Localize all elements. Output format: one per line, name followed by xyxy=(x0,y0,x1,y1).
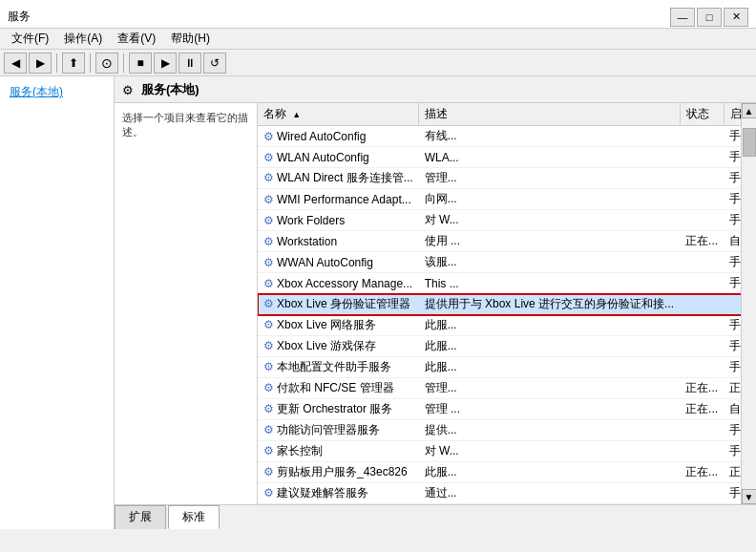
minimize-button[interactable]: — xyxy=(670,8,695,27)
service-name-cell: ⚙功能访问管理器服务 xyxy=(258,420,419,441)
service-name-cell: ⚙更新 Orchestrator 服务 xyxy=(258,399,419,420)
service-name-text: WMI Performance Adapt... xyxy=(277,193,411,206)
menu-view[interactable]: 查看(V) xyxy=(110,29,163,49)
table-row[interactable]: ⚙建议疑难解答服务通过...手动本地系统 xyxy=(258,483,741,504)
service-name-cell: ⚙Xbox Live 网络服务 xyxy=(258,315,419,336)
table-row[interactable]: ⚙Workstation使用 ...正在...自动网络服务 xyxy=(258,231,741,252)
service-startup-type-cell: 自动 xyxy=(724,231,741,252)
content-header: ⚙ 服务(本地) xyxy=(115,76,756,103)
col-status[interactable]: 状态 xyxy=(680,103,724,126)
table-row[interactable]: ⚙Xbox Accessory Manage...This ...手动(触发..… xyxy=(258,273,741,294)
table-row[interactable]: ⚙Wired AutoConfig有线...手动本地系统 xyxy=(258,126,741,147)
maximize-button[interactable]: □ xyxy=(697,8,722,27)
window-controls[interactable]: — □ ✕ xyxy=(670,8,748,27)
service-name-text: 建议疑难解答服务 xyxy=(277,486,368,499)
table-row[interactable]: ⚙功能访问管理器服务提供...手动本地系统 xyxy=(258,420,741,441)
service-gear-icon: ⚙ xyxy=(263,444,274,457)
menu-bar: 文件(F) 操作(A) 查看(V) 帮助(H) xyxy=(0,29,756,50)
service-startup-type-cell: 手动(触发... xyxy=(724,336,741,357)
service-status-cell xyxy=(680,126,724,147)
service-name-cell: ⚙WMI Performance Adapt... xyxy=(258,189,419,210)
service-description-cell: 此服... xyxy=(419,315,680,336)
table-row[interactable]: ⚙剪贴板用户服务_43ec826此服...正在...正在...本地系统 xyxy=(258,462,741,483)
col-description[interactable]: 描述 xyxy=(419,103,680,126)
tb-refresh[interactable]: ⊙ xyxy=(95,53,118,74)
scroll-up-arrow[interactable]: ▲ xyxy=(742,103,757,118)
service-gear-icon: ⚙ xyxy=(263,486,274,499)
services-table: 名称 ▲ 描述 状态 启动类型 登录为 ⚙Wired AutoConfig有线.… xyxy=(258,103,741,504)
menu-help[interactable]: 帮助(H) xyxy=(163,29,218,49)
table-row[interactable]: ⚙付款和 NFC/SE 管理器管理...正在...正在...本地服务 xyxy=(258,378,741,399)
service-status-cell xyxy=(680,210,724,231)
tb-forward[interactable]: ▶ xyxy=(29,53,52,74)
service-status-cell xyxy=(680,147,724,168)
table-container[interactable]: 名称 ▲ 描述 状态 启动类型 登录为 ⚙Wired AutoConfig有线.… xyxy=(258,103,741,504)
menu-action[interactable]: 操作(A) xyxy=(56,29,110,49)
service-description-cell: 提供用于与 Xbox Live 进行交互的身份验证和接... xyxy=(419,294,680,315)
table-row[interactable]: ⚙WMI Performance Adapt...向网...手动本地服务 xyxy=(258,189,741,210)
service-gear-icon: ⚙ xyxy=(263,151,274,164)
table-row[interactable]: ⚙Work Folders对 W...手动本地服务 xyxy=(258,210,741,231)
table-row[interactable]: ⚙WLAN AutoConfigWLA...手动本地系统 xyxy=(258,147,741,168)
services-table-area: 选择一个项目来查看它的描述。 名称 ▲ 描述 状态 启动类型 xyxy=(115,103,756,504)
service-name-cell: ⚙剪贴板用户服务_43ec826 xyxy=(258,462,419,483)
menu-file[interactable]: 文件(F) xyxy=(4,29,56,49)
service-startup-type-cell: 正在... xyxy=(724,378,741,399)
sidebar: 服务(本地) xyxy=(0,76,115,529)
table-row[interactable]: ⚙更新 Orchestrator 服务管理 ...正在...自动(延迟...本地… xyxy=(258,399,741,420)
service-status-cell xyxy=(680,252,724,273)
service-startup-type-cell: 手动 xyxy=(724,483,741,504)
tb-stop[interactable]: ■ xyxy=(129,53,152,74)
table-row[interactable]: ⚙Xbox Live 游戏保存此服...手动(触发...本地系统 xyxy=(258,336,741,357)
scroll-track[interactable] xyxy=(742,118,757,489)
service-description-cell: 提供... xyxy=(419,420,680,441)
service-startup-type-cell: 手动(触发... xyxy=(724,168,741,189)
content-title: 服务(本地) xyxy=(141,81,200,98)
service-gear-icon: ⚙ xyxy=(263,277,274,290)
table-row[interactable]: ⚙WWAN AutoConfig该服...手动本地系统 xyxy=(258,252,741,273)
service-description-cell: 管理... xyxy=(419,378,680,399)
table-row[interactable]: ⚙家长控制对 W...手动本地系统 xyxy=(258,441,741,462)
service-status-cell: 正在... xyxy=(680,231,724,252)
service-description-cell: 管理 ... xyxy=(419,399,680,420)
service-name-text: Workstation xyxy=(277,235,337,248)
service-description-cell: 对 W... xyxy=(419,441,680,462)
title-bar: 服务 — □ ✕ xyxy=(0,0,756,29)
service-gear-icon: ⚙ xyxy=(263,130,274,143)
table-row[interactable]: ⚙本地配置文件助手服务此服...手动(触发...本地系统 xyxy=(258,357,741,378)
service-name-text: 家长控制 xyxy=(277,444,323,457)
scrollbar-right[interactable]: ▲ ▼ xyxy=(741,103,756,504)
scroll-thumb[interactable] xyxy=(743,128,756,157)
tb-restart[interactable]: ↺ xyxy=(203,53,226,74)
col-name[interactable]: 名称 ▲ xyxy=(258,103,419,126)
tb-up[interactable]: ⬆ xyxy=(62,53,85,74)
tab-extended[interactable]: 扩展 xyxy=(115,505,166,529)
tab-standard[interactable]: 标准 xyxy=(168,505,220,529)
service-description-cell: 此服... xyxy=(419,357,680,378)
col-startup-type[interactable]: 启动类型 xyxy=(724,103,741,126)
service-gear-icon: ⚙ xyxy=(263,360,274,373)
service-description-cell: 使用 ... xyxy=(419,231,680,252)
title-text: 服务 xyxy=(8,9,31,25)
service-startup-type-cell: 手动 xyxy=(724,252,741,273)
service-name-text: 付款和 NFC/SE 管理器 xyxy=(277,381,394,394)
service-description-cell: 通过... xyxy=(419,483,680,504)
service-name-text: 本地配置文件助手服务 xyxy=(277,360,391,373)
service-name-text: WLAN Direct 服务连接管... xyxy=(277,171,413,184)
service-description-cell: 此服... xyxy=(419,336,680,357)
description-text: 选择一个项目来查看它的描述。 xyxy=(122,112,248,138)
service-startup-type-cell: 手动 xyxy=(724,126,741,147)
tb-play[interactable]: ▶ xyxy=(154,53,177,74)
tb-pause[interactable]: ⏸ xyxy=(178,53,201,74)
table-row[interactable]: ⚙WLAN Direct 服务连接管...管理...手动(触发...本地服务 xyxy=(258,168,741,189)
tb-separator-1 xyxy=(56,53,57,73)
table-row[interactable]: ⚙Xbox Live 网络服务此服...手动本地系统 xyxy=(258,315,741,336)
tb-back[interactable]: ◀ xyxy=(4,53,27,74)
sidebar-item-services[interactable]: 服务(本地) xyxy=(4,80,110,104)
close-button[interactable]: ✕ xyxy=(724,8,748,27)
service-name-cell: ⚙WLAN Direct 服务连接管... xyxy=(258,168,419,189)
table-row[interactable]: ⚙Xbox Live 身份验证管理器提供用于与 Xbox Live 进行交互的身… xyxy=(258,294,741,315)
service-description-cell: WLA... xyxy=(419,147,680,168)
scroll-down-arrow[interactable]: ▼ xyxy=(742,489,757,504)
service-gear-icon: ⚙ xyxy=(263,256,274,269)
